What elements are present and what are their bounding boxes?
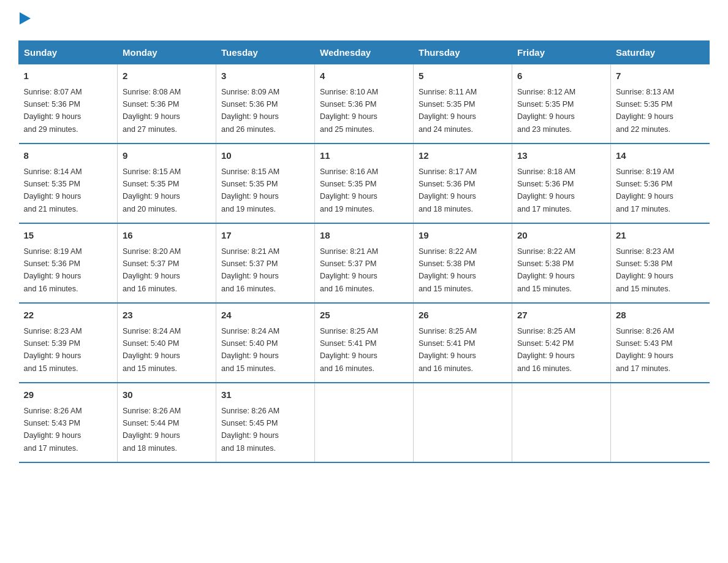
day-info: Sunrise: 8:26 AMSunset: 5:43 PMDaylight:… [24, 407, 82, 453]
day-info: Sunrise: 8:24 AMSunset: 5:40 PMDaylight:… [221, 327, 279, 373]
day-info: Sunrise: 8:17 AMSunset: 5:36 PMDaylight:… [419, 167, 477, 213]
day-cell: 18 Sunrise: 8:21 AMSunset: 5:37 PMDaylig… [315, 223, 414, 303]
day-cell [512, 383, 611, 462]
day-number: 12 [419, 149, 507, 163]
day-info: Sunrise: 8:19 AMSunset: 5:36 PMDaylight:… [616, 167, 674, 213]
day-info: Sunrise: 8:11 AMSunset: 5:35 PMDaylight:… [419, 88, 477, 134]
day-info: Sunrise: 8:25 AMSunset: 5:42 PMDaylight:… [517, 327, 575, 373]
day-info: Sunrise: 8:21 AMSunset: 5:37 PMDaylight:… [320, 247, 378, 293]
day-number: 28 [616, 308, 705, 323]
day-cell: 1 Sunrise: 8:07 AMSunset: 5:36 PMDayligh… [19, 64, 118, 144]
day-number: 24 [221, 308, 309, 323]
day-number: 22 [24, 308, 113, 323]
days-header-row: SundayMondayTuesdayWednesdayThursdayFrid… [19, 41, 710, 64]
day-info: Sunrise: 8:18 AMSunset: 5:36 PMDaylight:… [517, 167, 575, 213]
day-header-thursday: Thursday [414, 41, 512, 64]
day-info: Sunrise: 8:21 AMSunset: 5:37 PMDaylight:… [221, 247, 279, 293]
day-cell: 31 Sunrise: 8:26 AMSunset: 5:45 PMDaylig… [216, 383, 315, 462]
day-cell: 15 Sunrise: 8:19 AMSunset: 5:36 PMDaylig… [19, 223, 118, 303]
day-cell [315, 383, 414, 462]
day-cell: 13 Sunrise: 8:18 AMSunset: 5:36 PMDaylig… [512, 144, 611, 223]
day-header-tuesday: Tuesday [216, 41, 315, 64]
day-info: Sunrise: 8:15 AMSunset: 5:35 PMDaylight:… [123, 167, 181, 213]
day-number: 8 [24, 149, 113, 163]
day-header-saturday: Saturday [611, 41, 710, 64]
week-row-3: 15 Sunrise: 8:19 AMSunset: 5:36 PMDaylig… [19, 223, 710, 303]
day-cell: 2 Sunrise: 8:08 AMSunset: 5:36 PMDayligh… [118, 64, 216, 144]
day-number: 23 [123, 308, 211, 323]
day-number: 26 [419, 308, 507, 323]
day-number: 2 [123, 69, 211, 83]
day-cell: 9 Sunrise: 8:15 AMSunset: 5:35 PMDayligh… [118, 144, 216, 223]
day-cell: 12 Sunrise: 8:17 AMSunset: 5:36 PMDaylig… [414, 144, 512, 223]
day-info: Sunrise: 8:19 AMSunset: 5:36 PMDaylight:… [24, 247, 82, 293]
day-info: Sunrise: 8:23 AMSunset: 5:38 PMDaylight:… [616, 247, 674, 293]
day-number: 1 [24, 69, 113, 83]
day-cell: 29 Sunrise: 8:26 AMSunset: 5:43 PMDaylig… [19, 383, 118, 462]
day-cell: 23 Sunrise: 8:24 AMSunset: 5:40 PMDaylig… [118, 303, 216, 383]
day-number: 13 [517, 149, 605, 163]
day-header-friday: Friday [512, 41, 611, 64]
day-cell [611, 383, 710, 462]
day-cell: 3 Sunrise: 8:09 AMSunset: 5:36 PMDayligh… [216, 64, 315, 144]
day-number: 14 [616, 149, 705, 163]
day-info: Sunrise: 8:10 AMSunset: 5:36 PMDaylight:… [320, 88, 378, 134]
calendar-table: SundayMondayTuesdayWednesdayThursdayFrid… [18, 40, 710, 463]
day-cell: 10 Sunrise: 8:15 AMSunset: 5:35 PMDaylig… [216, 144, 315, 223]
day-cell: 8 Sunrise: 8:14 AMSunset: 5:35 PMDayligh… [19, 144, 118, 223]
day-cell: 7 Sunrise: 8:13 AMSunset: 5:35 PMDayligh… [611, 64, 710, 144]
logo-triangle-icon [20, 12, 31, 27]
day-number: 3 [221, 69, 309, 83]
day-info: Sunrise: 8:12 AMSunset: 5:35 PMDaylight:… [517, 88, 575, 134]
day-info: Sunrise: 8:26 AMSunset: 5:44 PMDaylight:… [123, 407, 181, 453]
day-header-monday: Monday [118, 41, 216, 64]
day-cell: 25 Sunrise: 8:25 AMSunset: 5:41 PMDaylig… [315, 303, 414, 383]
day-info: Sunrise: 8:25 AMSunset: 5:41 PMDaylight:… [419, 327, 477, 373]
day-number: 15 [24, 229, 113, 243]
day-info: Sunrise: 8:20 AMSunset: 5:37 PMDaylight:… [123, 247, 181, 293]
day-cell: 5 Sunrise: 8:11 AMSunset: 5:35 PMDayligh… [414, 64, 512, 144]
day-cell: 24 Sunrise: 8:24 AMSunset: 5:40 PMDaylig… [216, 303, 315, 383]
day-info: Sunrise: 8:22 AMSunset: 5:38 PMDaylight:… [517, 247, 575, 293]
day-number: 11 [320, 149, 408, 163]
day-info: Sunrise: 8:22 AMSunset: 5:38 PMDaylight:… [419, 247, 477, 293]
day-number: 6 [517, 69, 605, 83]
day-cell: 6 Sunrise: 8:12 AMSunset: 5:35 PMDayligh… [512, 64, 611, 144]
day-number: 27 [517, 308, 605, 323]
day-number: 17 [221, 229, 309, 243]
day-cell: 30 Sunrise: 8:26 AMSunset: 5:44 PMDaylig… [118, 383, 216, 462]
day-cell: 28 Sunrise: 8:26 AMSunset: 5:43 PMDaylig… [611, 303, 710, 383]
day-info: Sunrise: 8:15 AMSunset: 5:35 PMDaylight:… [221, 167, 279, 213]
day-number: 21 [616, 229, 705, 243]
day-number: 29 [24, 388, 113, 402]
day-cell: 11 Sunrise: 8:16 AMSunset: 5:35 PMDaylig… [315, 144, 414, 223]
day-number: 9 [123, 149, 211, 163]
day-cell: 27 Sunrise: 8:25 AMSunset: 5:42 PMDaylig… [512, 303, 611, 383]
day-info: Sunrise: 8:14 AMSunset: 5:35 PMDaylight:… [24, 167, 82, 213]
day-info: Sunrise: 8:13 AMSunset: 5:35 PMDaylight:… [616, 88, 674, 134]
day-cell: 19 Sunrise: 8:22 AMSunset: 5:38 PMDaylig… [414, 223, 512, 303]
day-header-wednesday: Wednesday [315, 41, 414, 64]
day-info: Sunrise: 8:25 AMSunset: 5:41 PMDaylight:… [320, 327, 378, 373]
svg-marker-0 [20, 12, 31, 25]
day-number: 18 [320, 229, 408, 243]
day-info: Sunrise: 8:07 AMSunset: 5:36 PMDaylight:… [24, 88, 82, 134]
day-info: Sunrise: 8:24 AMSunset: 5:40 PMDaylight:… [123, 327, 181, 373]
day-number: 16 [123, 229, 211, 243]
day-number: 20 [517, 229, 605, 243]
day-info: Sunrise: 8:23 AMSunset: 5:39 PMDaylight:… [24, 327, 82, 373]
day-number: 19 [419, 229, 507, 243]
day-cell: 14 Sunrise: 8:19 AMSunset: 5:36 PMDaylig… [611, 144, 710, 223]
day-cell: 22 Sunrise: 8:23 AMSunset: 5:39 PMDaylig… [19, 303, 118, 383]
week-row-4: 22 Sunrise: 8:23 AMSunset: 5:39 PMDaylig… [19, 303, 710, 383]
week-row-1: 1 Sunrise: 8:07 AMSunset: 5:36 PMDayligh… [19, 64, 710, 144]
day-number: 4 [320, 69, 408, 83]
day-cell: 21 Sunrise: 8:23 AMSunset: 5:38 PMDaylig… [611, 223, 710, 303]
day-header-sunday: Sunday [19, 41, 118, 64]
day-info: Sunrise: 8:08 AMSunset: 5:36 PMDaylight:… [123, 88, 181, 134]
week-row-2: 8 Sunrise: 8:14 AMSunset: 5:35 PMDayligh… [19, 144, 710, 223]
day-cell: 20 Sunrise: 8:22 AMSunset: 5:38 PMDaylig… [512, 223, 611, 303]
day-info: Sunrise: 8:16 AMSunset: 5:35 PMDaylight:… [320, 167, 378, 213]
day-number: 25 [320, 308, 408, 323]
week-row-5: 29 Sunrise: 8:26 AMSunset: 5:43 PMDaylig… [19, 383, 710, 462]
